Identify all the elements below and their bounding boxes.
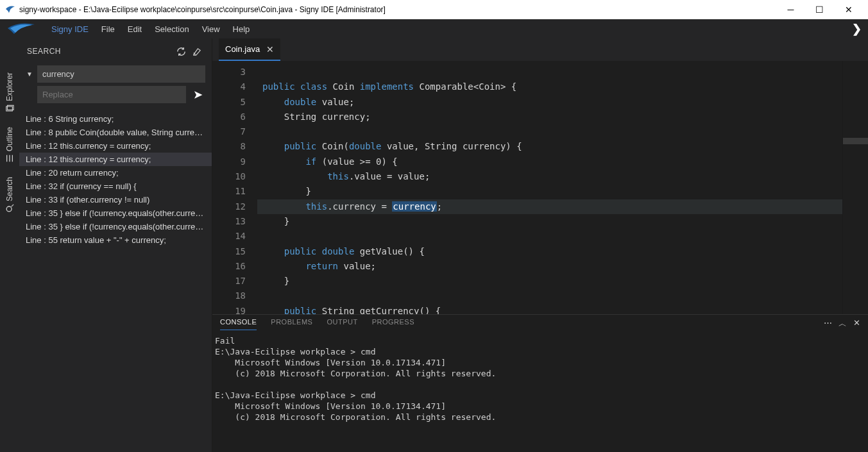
replace-row: ➤ <box>19 84 212 108</box>
replace-all-icon[interactable]: ➤ <box>190 85 205 103</box>
replace-input[interactable] <box>37 86 186 103</box>
search-result[interactable]: Line : 6 String currency; <box>19 112 212 126</box>
search-result[interactable]: Line : 12 this.currency = currency; <box>19 139 212 153</box>
editor-area: Coin.java ✕ 345678910111213141516171819 … <box>212 38 868 452</box>
gutter: 345678910111213141516171819 <box>212 61 257 314</box>
minimize-button[interactable]: ─ <box>776 0 805 19</box>
code-line[interactable]: this.currency = currency; <box>257 199 842 214</box>
panel-tab-output[interactable]: OUTPUT <box>327 318 357 330</box>
clear-icon[interactable] <box>189 44 204 59</box>
panel-collapse-icon[interactable]: ︿ <box>838 318 847 330</box>
menu-file[interactable]: File <box>95 24 121 34</box>
activity-outline[interactable]: Outline <box>5 122 14 168</box>
console-output[interactable]: Fail E:\Java-Ecilipse workplace > cmd Mi… <box>212 333 868 425</box>
code-content[interactable]: public class Coin implements Comparable<… <box>257 61 842 314</box>
search-row: ▼ <box>19 64 212 84</box>
code-line[interactable]: this.value = value; <box>257 169 842 184</box>
code-line[interactable] <box>257 229 842 244</box>
code-line[interactable]: } <box>257 184 842 199</box>
search-result[interactable]: Line : 12 this.currency = currency; <box>19 153 212 166</box>
expand-replace-icon[interactable]: ▼ <box>26 71 33 78</box>
code-line[interactable]: public Coin(double value, String currenc… <box>257 139 842 154</box>
search-result[interactable]: Line : 35 } else if (!currency.equals(ot… <box>19 206 212 220</box>
minimap-highlight <box>843 138 868 144</box>
search-result[interactable]: Line : 20 return currency; <box>19 166 212 180</box>
svg-point-2 <box>6 206 12 212</box>
search-results: Line : 6 String currency;Line : 8 public… <box>19 108 212 251</box>
code-line[interactable]: public class Coin implements Comparable<… <box>257 80 842 94</box>
code-line[interactable]: if (value >= 0) { <box>257 155 842 169</box>
menu-selection[interactable]: Selection <box>148 24 195 34</box>
panel-more-icon[interactable]: ⋯ <box>824 318 832 330</box>
code-line[interactable]: return value; <box>257 259 842 274</box>
search-result[interactable]: Line : 8 public Coin(double value, Strin… <box>19 126 212 139</box>
activity-search[interactable]: Search <box>5 172 14 218</box>
code-line[interactable]: String currency; <box>257 110 842 124</box>
code-line[interactable]: double value; <box>257 95 842 110</box>
outline-icon <box>5 154 14 163</box>
panel-tabs: CONSOLEPROBLEMSOUTPUTPROGRESS ⋯ ︿ ✕ <box>212 315 868 333</box>
code-line[interactable]: } <box>257 214 842 229</box>
code-editor[interactable]: 345678910111213141516171819 public class… <box>212 61 868 314</box>
search-heading: SEARCH <box>27 47 173 56</box>
code-line[interactable] <box>257 124 842 139</box>
panel-tab-problems[interactable]: PROBLEMS <box>271 318 312 330</box>
tab-label: Coin.java <box>225 44 260 54</box>
menu-view[interactable]: View <box>196 24 226 34</box>
menubar: Signy IDE FileEditSelectionViewHelp ❯ <box>0 19 868 38</box>
search-icon <box>5 204 14 213</box>
selected-word: currency <box>392 201 436 212</box>
main-area: ExplorerOutlineSearch SEARCH ▼ ➤ Line : … <box>0 38 868 452</box>
menu-edit[interactable]: Edit <box>121 24 148 34</box>
menu-brand[interactable]: Signy IDE <box>45 24 95 34</box>
maximize-button[interactable]: ☐ <box>805 0 834 19</box>
brand-logo-icon <box>6 21 35 37</box>
code-line[interactable]: public String getCurrency() { <box>257 304 842 314</box>
panel-tab-progress[interactable]: PROGRESS <box>372 318 414 330</box>
activitybar: ExplorerOutlineSearch <box>0 38 19 452</box>
minimap[interactable] <box>842 61 868 314</box>
search-result[interactable]: Line : 55 return value + "-" + currency; <box>19 233 212 247</box>
search-header: SEARCH <box>19 38 212 64</box>
sidebar: SEARCH ▼ ➤ Line : 6 String currency;Line… <box>19 38 212 452</box>
search-input[interactable] <box>37 65 205 83</box>
code-line[interactable]: public double getValue() { <box>257 244 842 259</box>
search-result[interactable]: Line : 32 if (currency == null) { <box>19 180 212 193</box>
code-line[interactable] <box>257 65 842 80</box>
panel-close-icon[interactable]: ✕ <box>853 318 860 330</box>
code-line[interactable]: } <box>257 274 842 289</box>
refresh-icon[interactable] <box>173 44 189 59</box>
search-result[interactable]: Line : 35 } else if (!currency.equals(ot… <box>19 220 212 233</box>
panel-tab-console[interactable]: CONSOLE <box>220 318 257 330</box>
titlebar: signy-workspace - E:\Java-Ecilipse workp… <box>0 0 868 19</box>
close-icon[interactable]: ✕ <box>266 44 274 54</box>
editor-tabs: Coin.java ✕ <box>212 38 868 61</box>
close-button[interactable]: ✕ <box>834 0 863 19</box>
explorer-icon <box>5 104 14 113</box>
search-result[interactable]: Line : 33 if (other.currency != null) <box>19 193 212 206</box>
code-line[interactable] <box>257 289 842 303</box>
window-title: signy-workspace - E:\Java-Ecilipse workp… <box>19 5 776 14</box>
activity-explorer[interactable]: Explorer <box>5 67 14 118</box>
overflow-chevron-icon[interactable]: ❯ <box>852 22 862 36</box>
bottom-panel: CONSOLEPROBLEMSOUTPUTPROGRESS ⋯ ︿ ✕ Fail… <box>212 314 868 452</box>
tab-coin-java[interactable]: Coin.java ✕ <box>219 38 280 61</box>
app-icon <box>5 4 15 16</box>
menu-help[interactable]: Help <box>226 24 257 34</box>
